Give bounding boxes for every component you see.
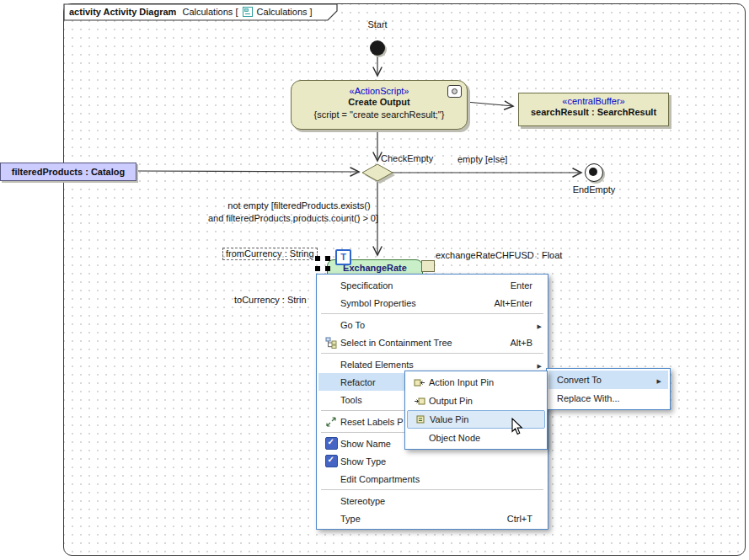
menu-item-go-to[interactable]: Go To — [318, 316, 546, 333]
menu-item-label: Replace With... — [552, 393, 661, 403]
diagram-header: activity Activity Diagram Calculations [… — [69, 7, 313, 17]
diagram-header-bracket: Calculations ] — [257, 7, 313, 17]
selection-handle[interactable] — [325, 266, 330, 271]
initial-node[interactable] — [370, 40, 385, 56]
mouse-cursor — [511, 418, 525, 436]
menu-item-symbol-properties[interactable]: Symbol Properties Alt+Enter — [318, 294, 546, 312]
decision-label[interactable]: CheckEmpty — [381, 153, 433, 163]
menu-item-shortcut: Alt+Enter — [494, 298, 539, 308]
menu-item-label: Edit Compartments — [340, 474, 539, 484]
menu-item-label: Related Elements — [340, 360, 539, 370]
menu-item-label: Output Pin — [429, 396, 473, 406]
menu-item-action-input-pin[interactable]: Action Input Pin — [407, 373, 545, 392]
text-tool-button[interactable]: T — [335, 249, 351, 265]
script-badge-icon — [447, 85, 462, 98]
menu-item-label: Select in Containment Tree — [340, 338, 498, 348]
pin-label-to-currency[interactable]: toCurrency : Strin — [234, 295, 307, 305]
refactor-submenu: Convert To Replace With... — [546, 368, 671, 410]
buffer-name: searchResult : SearchResult — [519, 107, 668, 117]
menu-item-type[interactable]: Type Ctrl+T — [318, 509, 546, 527]
menu-item-label: Stereotype — [340, 496, 539, 506]
submenu-arrow-icon — [657, 375, 661, 385]
menu-separator — [321, 353, 543, 354]
menu-item-replace-with[interactable]: Replace With... — [548, 389, 668, 408]
action-stereotype: «ActionScript» — [292, 86, 467, 96]
menu-gutter — [411, 413, 430, 425]
action-name: Create Output — [292, 97, 467, 107]
convert-to-submenu: Action Input Pin Output Pin Value Pin — [404, 371, 548, 450]
menu-gutter — [410, 395, 429, 407]
action-script-text: {script = "create searchResult;"} — [292, 109, 467, 120]
menu-item-select-in-containment-tree[interactable]: Select in Containment Tree Alt+B — [318, 333, 546, 351]
menu-separator — [321, 489, 543, 490]
menu-item-label: Object Node — [429, 433, 480, 443]
menu-item-label: Specification — [340, 280, 499, 291]
diagram-header-keyword: activity Activity Diagram — [69, 7, 176, 17]
value-pin-icon — [415, 413, 426, 425]
menu-item-label: Symbol Properties — [340, 298, 482, 308]
menu-item-label: Action Input Pin — [429, 377, 494, 387]
menu-item-label: Value Pin — [430, 414, 468, 424]
output-pin-exchange-rate[interactable] — [421, 260, 435, 272]
output-pin-icon — [414, 395, 425, 407]
menu-item-show-type[interactable]: Show Type — [318, 452, 546, 470]
menu-item-label: Convert To — [552, 375, 657, 385]
diagram-icon — [243, 7, 253, 17]
guard-not-empty-line2[interactable]: and filteredProducts.products.count() > … — [184, 213, 403, 223]
menu-item-label: Go To — [340, 320, 539, 330]
menu-gutter — [322, 437, 340, 450]
menu-separator — [321, 313, 543, 314]
selection-handle[interactable] — [315, 266, 320, 271]
menu-item-shortcut: Enter — [511, 280, 539, 291]
guard-not-empty-line1[interactable]: not empty [filteredProducts.exists() — [190, 200, 409, 211]
object-node-filtered-products[interactable]: filteredProducts : Catalog — [0, 163, 136, 181]
menu-item-stereotype[interactable]: Stereotype — [318, 492, 546, 509]
menu-item-label: Type — [340, 514, 495, 524]
reset-labels-icon — [325, 416, 337, 428]
submenu-arrow-icon — [538, 320, 542, 330]
application-canvas: activity Activity Diagram Calculations [… — [0, 0, 749, 560]
menu-item-convert-to[interactable]: Convert To — [548, 371, 668, 389]
menu-gutter — [410, 376, 429, 388]
menu-item-shortcut: Alt+B — [510, 338, 539, 348]
menu-gutter — [322, 416, 340, 428]
menu-item-shortcut: Ctrl+T — [507, 514, 539, 524]
menu-gutter — [322, 455, 340, 467]
activity-final-node[interactable] — [585, 163, 603, 182]
end-node-label[interactable]: EndEmpty — [568, 184, 620, 195]
menu-item-edit-compartments[interactable]: Edit Compartments — [318, 470, 546, 488]
edge-create-output-to-buffer[interactable] — [466, 102, 513, 106]
edge-filtered-products-to-decision[interactable] — [135, 171, 359, 172]
start-node-label[interactable]: Start — [361, 19, 394, 29]
checkbox-checked-icon[interactable] — [325, 437, 338, 450]
checkbox-checked-icon[interactable] — [325, 455, 338, 467]
action-create-output[interactable]: «ActionScript» Create Output {script = "… — [291, 80, 468, 130]
guard-empty-else[interactable]: empty [else] — [457, 154, 507, 164]
containment-tree-icon — [325, 337, 337, 349]
submenu-arrow-icon — [538, 360, 542, 370]
pin-label-from-currency[interactable]: fromCurrency : String — [222, 248, 318, 260]
buffer-stereotype: «centralBuffer» — [519, 96, 668, 106]
activity-final-dot — [589, 168, 597, 176]
menu-item-output-pin[interactable]: Output Pin — [407, 392, 545, 410]
action-input-pin-icon — [414, 376, 425, 388]
menu-gutter — [322, 337, 340, 349]
selection-handle[interactable] — [315, 256, 320, 261]
diagram-header-name: Calculations [ — [182, 7, 238, 17]
menu-item-label: Show Type — [340, 456, 539, 467]
menu-item-specification[interactable]: Specification Enter — [318, 276, 546, 294]
central-buffer-node[interactable]: «centralBuffer» searchResult : SearchRes… — [518, 93, 669, 126]
pin-label-exchange-rate-out[interactable]: exchangeRateCHFUSD : Float — [436, 250, 562, 260]
selection-handle[interactable] — [325, 256, 330, 261]
